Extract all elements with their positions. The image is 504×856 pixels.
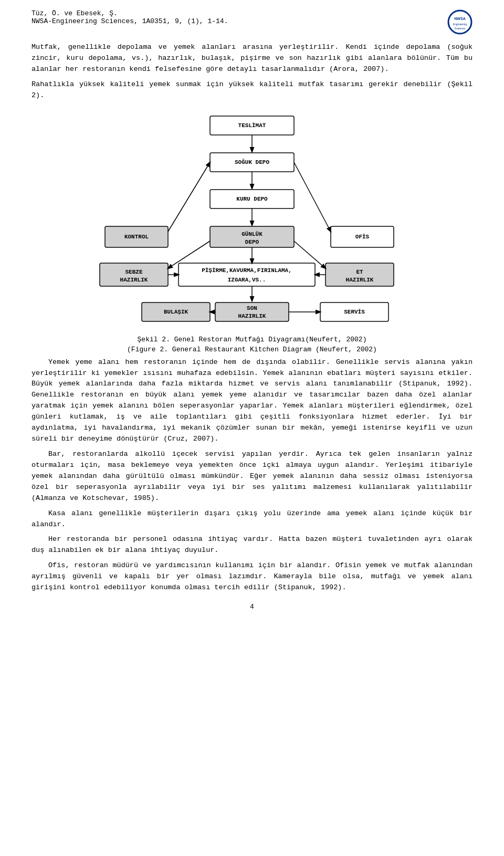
svg-text:HAZIRLIK: HAZIRLIK — [238, 313, 266, 319]
header-journal: NWSA-Engineering Sciences, 1A0351, 9, (1… — [32, 17, 228, 25]
kitchen-diagram: .box { fill: #fff; stroke: #000; stroke-… — [89, 111, 415, 331]
diagram-container: .box { fill: #fff; stroke: #000; stroke-… — [32, 111, 472, 331]
diagram-caption: Şekil 2. Genel Restoran Mutfağı Diyagram… — [32, 335, 472, 355]
nwsa-logo: NWSA Engineering Sciences — [447, 9, 472, 35]
header-author: Tüz, Ö. ve Ebesek, Ş. — [32, 9, 118, 17]
svg-text:HAZIRLIK: HAZIRLIK — [120, 277, 148, 283]
paragraph-2: Rahatlıkla yüksek kaliteli yemek sunmak … — [32, 79, 472, 101]
svg-text:SERVİS: SERVİS — [344, 309, 365, 315]
paragraph-7: Ofis, restoran müdürü ve yardımcısının k… — [32, 560, 472, 593]
svg-text:OFİS: OFİS — [355, 234, 370, 240]
svg-text:HAZIRLIK: HAZIRLIK — [346, 277, 374, 283]
svg-text:GÜNLÜK: GÜNLÜK — [242, 231, 262, 237]
paragraph-6: Her restoranda bir personel odasına ihti… — [32, 534, 472, 556]
svg-line-18 — [168, 162, 210, 232]
paragraph-5: Kasa alanı genellikle müşterilerin dışar… — [32, 508, 472, 530]
svg-text:Engineering: Engineering — [453, 23, 467, 26]
paragraph-3: Yemek yeme alanı hem restoranın içinde h… — [32, 357, 472, 445]
svg-text:SON: SON — [247, 305, 257, 311]
svg-point-0 — [448, 11, 471, 34]
svg-text:SEBZE: SEBZE — [125, 269, 142, 275]
page-number: 4 — [32, 603, 472, 611]
svg-text:PİŞİRME,KAVURMA,FIRINLAMA,: PİŞİRME,KAVURMA,FIRINLAMA, — [202, 267, 292, 274]
paragraph-1: Mutfak, genellikle depolama ve yemek ala… — [32, 42, 472, 75]
svg-text:KURU DEPO: KURU DEPO — [236, 196, 268, 202]
svg-text:SOĞUK DEPO: SOĞUK DEPO — [235, 159, 269, 165]
paragraph-4: Bar, restoranlarda alkollü içecek servis… — [32, 449, 472, 504]
svg-text:Sciences: Sciences — [455, 27, 466, 30]
svg-text:DEPO: DEPO — [245, 239, 259, 245]
svg-text:NWSA: NWSA — [454, 17, 465, 20]
svg-text:KONTROL: KONTROL — [124, 234, 149, 240]
svg-line-21 — [294, 162, 331, 232]
svg-text:BULAŞIK: BULAŞIK — [164, 309, 188, 315]
svg-text:TESLİMAT: TESLİMAT — [238, 122, 266, 129]
svg-text:ET: ET — [356, 269, 363, 275]
svg-text:IZGARA,VS..: IZGARA,VS.. — [228, 277, 266, 283]
page-header: Tüz, Ö. ve Ebesek, Ş. NWSA-Engineering S… — [32, 9, 472, 35]
